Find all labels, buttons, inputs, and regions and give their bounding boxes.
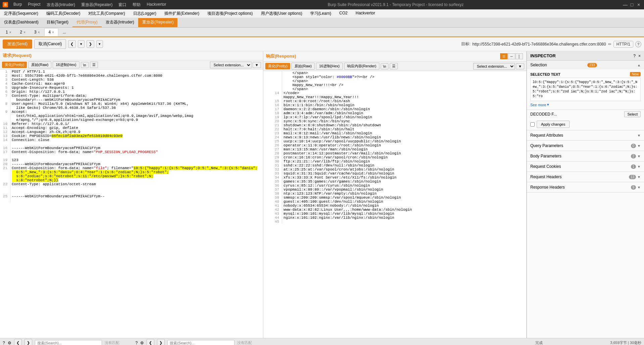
inspector-selection-header[interactable]: Selection 233 ▲ bbox=[527, 61, 644, 69]
table-row: 38ntp:x:123:123:NTP:/var/empty:/sbin/nol… bbox=[263, 192, 526, 196]
table-row: 20------WebKitFormBoundaryacsmfPRIkAC1FY… bbox=[0, 162, 263, 166]
tab-1[interactable]: 1 × bbox=[1, 28, 16, 36]
accordion-query-params-header[interactable]: Query Parameters 0 ▼ bbox=[527, 141, 644, 151]
accordion-request-attributes-header[interactable]: Request Attributes ▼ bbox=[527, 130, 644, 140]
resp-raw-button[interactable]: 原始(Raw) bbox=[291, 63, 315, 70]
tab-3[interactable]: 3 × bbox=[30, 28, 44, 36]
menu-project[interactable]: Project bbox=[25, 1, 43, 8]
bottom-help-icon[interactable]: ? bbox=[3, 341, 5, 345]
tab-intruder[interactable]: 攻击器(Intruder) bbox=[102, 18, 138, 27]
menu-project-options[interactable]: 项目选项(Project options) bbox=[203, 9, 257, 18]
table-row: 24news:x:9:13:news:/usr/lib/news:/sbin/n… bbox=[263, 135, 526, 139]
bottom-forward-button[interactable]: ❯ bbox=[24, 339, 32, 345]
apply-changes-checkbox[interactable] bbox=[530, 122, 535, 127]
close-button[interactable]: × bbox=[636, 2, 641, 7]
menu-decoder[interactable]: 编码工具(Decoder) bbox=[42, 9, 84, 18]
cancel-button[interactable]: 取消(Cancel) bbox=[34, 39, 66, 49]
target-bar: 目标: http://555c7398-e621-42d9-bf71-7e668… bbox=[461, 41, 641, 48]
see-more-button[interactable]: See more ▾ bbox=[530, 102, 641, 107]
tab-4[interactable]: 4 × bbox=[44, 28, 59, 36]
resp-render-button[interactable]: 响应内容(Render) bbox=[344, 63, 379, 70]
menu-logger[interactable]: 日志(Logger) bbox=[129, 9, 160, 18]
decoded-select-button[interactable]: Select bbox=[624, 111, 641, 117]
resp-select-ext[interactable]: Select extension... ▼ bbox=[473, 63, 524, 70]
view-split-button[interactable]: ☰ bbox=[500, 53, 507, 59]
req-pretty-button[interactable]: 美化(Pretty) bbox=[2, 62, 27, 68]
resp-bottom-forward-button[interactable]: ❯ bbox=[157, 339, 165, 345]
req-raw-button[interactable]: 原始(Raw) bbox=[28, 61, 51, 68]
resp-bottom-settings-icon[interactable]: ⚙ bbox=[140, 341, 144, 345]
accordion-response-headers-header[interactable]: Response Headers 9 ▼ bbox=[527, 182, 644, 192]
table-row: 33squid:x:31:31:Squid:/var/cache/squid:/… bbox=[263, 171, 526, 176]
resp-menu-button[interactable]: ☰ bbox=[390, 63, 398, 69]
menu-intruder[interactable]: 攻击器(Intruder) bbox=[44, 1, 78, 8]
menu-user-options[interactable]: 用户选项(User options) bbox=[257, 9, 306, 18]
send-button[interactable]: 发送(Send) bbox=[3, 40, 32, 49]
tab-2-close[interactable]: × bbox=[23, 30, 25, 34]
req-ext-dropdown[interactable]: ▼ bbox=[253, 62, 261, 68]
resp-ext-dropdown[interactable]: ▼ bbox=[516, 63, 524, 69]
http-version-badge[interactable]: HTTP/1 bbox=[613, 41, 633, 48]
menu-hackvertor[interactable]: Hackvertor bbox=[144, 1, 169, 8]
resp-n-button[interactable]: \n bbox=[381, 63, 388, 69]
resp-bottom-back-button[interactable]: ❮ bbox=[147, 339, 154, 345]
req-select-ext[interactable]: Select extension... ▼ bbox=[210, 62, 261, 68]
req-extension-select[interactable]: Select extension... bbox=[210, 62, 252, 68]
tab-dashboard[interactable]: 仪表盘(Dashboard) bbox=[0, 18, 43, 27]
menu-hackvertor2[interactable]: Hackvertor bbox=[352, 9, 379, 18]
menu-repeater[interactable]: 重放器(Repeater) bbox=[78, 1, 115, 8]
menu-learn[interactable]: 学习(Learn) bbox=[306, 9, 335, 18]
minimize-button[interactable]: — bbox=[623, 2, 628, 7]
resp-hex-button[interactable]: 16进制(Hex) bbox=[316, 63, 342, 70]
view-vertical-button[interactable]: │ bbox=[516, 53, 523, 59]
menu-burp[interactable]: Burp bbox=[11, 1, 24, 8]
table-row: 6Origin: http://127.0.0.1 bbox=[0, 90, 263, 94]
resp-search-input[interactable] bbox=[167, 340, 234, 345]
inspector-decoded-section: DECODED F... Select Apply changes bbox=[527, 110, 644, 130]
tab-4-close[interactable]: × bbox=[52, 30, 54, 34]
apply-changes-button[interactable]: Apply changes bbox=[537, 121, 570, 128]
req-n-button[interactable]: \n bbox=[81, 62, 89, 68]
req-menu-button[interactable]: ☰ bbox=[90, 62, 98, 68]
tab-target[interactable]: 目标(Target) bbox=[43, 18, 72, 27]
nav-forward-button[interactable]: ❯ bbox=[87, 40, 94, 48]
accordion-request-headers-header[interactable]: Request Headers 13 ▼ bbox=[527, 172, 644, 182]
bottom-back-button[interactable]: ❮ bbox=[14, 339, 22, 345]
accordion-request-cookies-header[interactable]: Request Cookies 1 ▼ bbox=[527, 161, 644, 171]
tab-3-close[interactable]: × bbox=[38, 30, 40, 34]
req-search-input[interactable] bbox=[35, 340, 102, 345]
request-code-area[interactable]: 1POST / HTTP/1.1 2Host: 555c7398-e621-42… bbox=[0, 70, 263, 338]
selection-count-badge: 233 bbox=[587, 63, 597, 67]
table-row: 16------WebKitFormBoundaryacsmfPRIkAC1FY… bbox=[0, 146, 263, 150]
view-horizontal-button[interactable]: ─ bbox=[508, 53, 515, 59]
req-hex-button[interactable]: 16进制(Hex) bbox=[53, 61, 79, 68]
menu-comparer[interactable]: 对比工具(Comparer) bbox=[84, 9, 129, 18]
tab-more[interactable]: ... bbox=[58, 28, 70, 36]
inspector-close-icon[interactable]: × bbox=[638, 54, 641, 58]
response-code-area[interactable]: </span> <span style="color: #0000BB">?><… bbox=[263, 71, 526, 338]
table-row: <span style="color: #0000BB">?><br /> bbox=[263, 75, 526, 79]
tab-proxy[interactable]: 代理(Proxy) bbox=[72, 18, 102, 27]
nav-down-button[interactable]: ▾ bbox=[78, 40, 85, 48]
menu-extender[interactable]: 插件扩展(Extender) bbox=[160, 9, 203, 18]
menu-help[interactable]: 帮助 bbox=[130, 1, 143, 8]
menu-window[interactable]: 窗口 bbox=[116, 1, 129, 8]
tab-1-close[interactable]: × bbox=[9, 30, 11, 34]
edit-target-icon[interactable]: ✏ bbox=[608, 42, 611, 47]
menu-co2[interactable]: CO2 bbox=[335, 9, 352, 18]
nav-back-button[interactable]: ❮ bbox=[68, 40, 76, 48]
response-toolbar: 美化(Pretty) 原始(Raw) 16进制(Hex) 响应内容(Render… bbox=[263, 62, 526, 71]
resp-bottom-help-icon[interactable]: ? bbox=[136, 341, 138, 345]
accordion-body-params-header[interactable]: Body Parameters 2 ▼ bbox=[527, 151, 644, 161]
resp-pretty-button[interactable]: 美化(Pretty) bbox=[265, 63, 290, 69]
bottom-settings-icon[interactable]: ⚙ bbox=[8, 341, 11, 345]
menu-sequencer[interactable]: 定序器(Sequencer) bbox=[0, 9, 42, 18]
nav-forward-down-button[interactable]: ▾ bbox=[96, 40, 103, 48]
inspector-help-icon[interactable]: ? bbox=[633, 54, 636, 58]
resp-extension-select[interactable]: Select extension... bbox=[473, 63, 515, 70]
help-icon[interactable]: ? bbox=[635, 41, 641, 47]
tab-repeater[interactable]: 重放器(Repeater) bbox=[138, 18, 177, 27]
table-row: 10Referer: http://127.0.0.1/ bbox=[0, 122, 263, 126]
tab-2[interactable]: 2 × bbox=[16, 28, 30, 36]
maximize-button[interactable]: □ bbox=[629, 2, 635, 7]
